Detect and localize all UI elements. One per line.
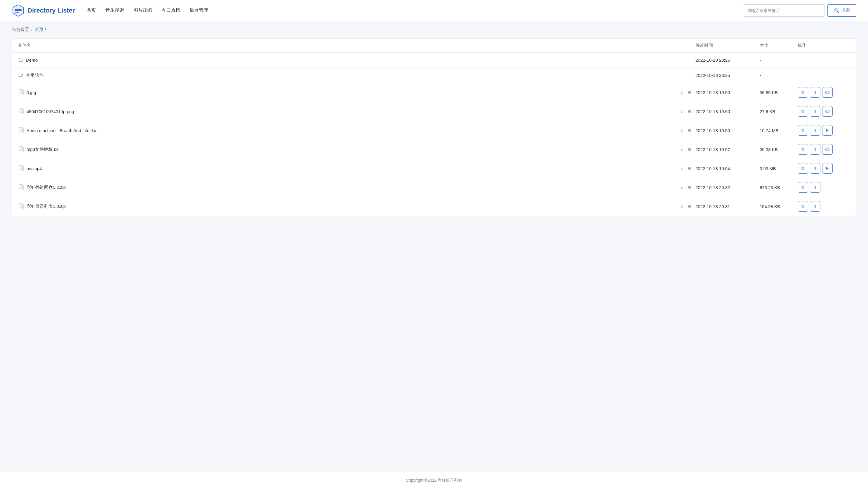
file-name-cell: 📄 彩虹外链网盘5.2.zip ℹ ⊞	[18, 184, 695, 191]
nav-item-hot[interactable]: 今日热榜	[161, 7, 180, 13]
file-name-text[interactable]: mp3文件解析.txt	[27, 147, 58, 152]
download-button[interactable]: ⬇	[810, 201, 820, 211]
file-modified: 2022-10-18 19:50	[695, 128, 760, 133]
file-size: 3.93 MB	[760, 166, 798, 171]
nav-item-image[interactable]: 图片压缩	[133, 7, 152, 13]
copy-button[interactable]: ⧉	[798, 106, 808, 117]
search-input[interactable]	[743, 4, 825, 17]
preview-button[interactable]	[822, 144, 833, 154]
file-size: 10.74 MB	[760, 128, 798, 133]
breadcrumb: 当前位置： 首页 /	[0, 21, 868, 38]
file-actions: ⧉ ⬇	[798, 144, 850, 154]
header-left: Directory Lister 首页 音乐搜索 图片压缩 今日热榜 后台管理	[12, 4, 208, 17]
play-button[interactable]	[822, 125, 833, 136]
file-name-text[interactable]: 0.jpg	[27, 90, 36, 95]
qr-icon-btn[interactable]: ⊞	[686, 184, 692, 191]
header: Directory Lister 首页 音乐搜索 图片压缩 今日热榜 后台管理 …	[0, 0, 868, 21]
copy-button[interactable]: ⧉	[798, 87, 808, 97]
file-meta-icons: ℹ ⊞	[679, 146, 695, 152]
play-button[interactable]	[822, 163, 833, 174]
info-icon-btn[interactable]: ℹ	[679, 146, 685, 152]
file-name-cell: 📄 Audio machine - Breath And Life.flac ℹ…	[18, 127, 695, 134]
file-meta-icons: ℹ ⊞	[679, 184, 695, 191]
file-name-text[interactable]: 45047061007431-lp.png	[27, 109, 74, 114]
logo[interactable]: Directory Lister	[12, 4, 75, 17]
info-icon-btn[interactable]: ℹ	[679, 165, 685, 172]
file-name-text[interactable]: mv.mp4	[27, 166, 42, 171]
download-button[interactable]: ⬇	[810, 144, 820, 154]
copy-button[interactable]: ⧉	[798, 182, 808, 193]
svg-point-4	[825, 91, 829, 93]
file-name-cell: 📄 45047061007431-lp.png ℹ ⊞	[18, 108, 695, 115]
col-actions: 操作	[798, 43, 850, 48]
download-button[interactable]: ⬇	[810, 125, 820, 136]
file-modified: 2022-10-18 20:32	[695, 185, 760, 190]
folder-icon: 🗂	[18, 72, 24, 79]
copy-button[interactable]: ⧉	[798, 163, 808, 174]
file-modified: 2022-10-18 20:25	[695, 58, 760, 62]
qr-icon-btn[interactable]: ⊞	[686, 165, 692, 172]
file-icon: 📄	[18, 184, 24, 191]
svg-rect-2	[14, 10, 22, 11]
file-actions: ⧉ ⬇	[798, 163, 850, 174]
file-meta-icons: ℹ ⊞	[679, 165, 695, 172]
file-name-text[interactable]: 彩虹目录列表1.0.zip	[27, 204, 66, 209]
file-modified: 2022-10-18 19:57	[695, 147, 760, 152]
table-row: 📄 Audio machine - Breath And Life.flac ℹ…	[12, 121, 856, 140]
preview-button[interactable]	[822, 106, 833, 117]
file-size: 20.33 KB	[760, 147, 798, 152]
info-icon-btn[interactable]: ℹ	[679, 184, 685, 191]
info-icon-btn[interactable]: ℹ	[679, 89, 685, 95]
svg-marker-8	[826, 129, 829, 132]
table-row: 🗂 常用软件 2022-10-18 20:25 -	[12, 68, 856, 83]
file-actions: ⧉ ⬇	[798, 87, 850, 97]
qr-icon-btn[interactable]: ⊞	[686, 89, 692, 95]
download-button[interactable]: ⬇	[810, 106, 820, 117]
search-button[interactable]: 🔍 搜索	[828, 4, 856, 17]
footer-text: Copyright ©2022 彩虹目录列表	[406, 478, 462, 483]
table-row: 📄 0.jpg ℹ ⊞ 2022-10-18 19:50 36.85 KB ⧉ …	[12, 83, 856, 102]
svg-point-7	[827, 111, 828, 112]
qr-icon-btn[interactable]: ⊞	[686, 203, 692, 209]
logo-icon	[12, 4, 25, 17]
file-name-text[interactable]: 彩虹外链网盘5.2.zip	[27, 185, 66, 190]
qr-icon-btn[interactable]: ⊞	[686, 146, 692, 152]
nav-item-home[interactable]: 首页	[87, 7, 96, 13]
name-wrapper: mp3文件解析.txt ℹ ⊞	[27, 146, 695, 152]
file-name-text[interactable]: 常用软件	[26, 73, 43, 78]
copy-button[interactable]: ⧉	[798, 125, 808, 136]
download-button[interactable]: ⬇	[810, 163, 820, 174]
file-modified: 2022-10-18 20:25	[695, 73, 760, 78]
file-name-text[interactable]: Audio machine - Breath And Life.flac	[27, 128, 97, 133]
download-button[interactable]: ⬇	[810, 182, 820, 193]
svg-point-5	[827, 92, 828, 93]
header-right: 🔍 搜索	[743, 4, 856, 17]
info-icon-btn[interactable]: ℹ	[679, 108, 685, 115]
svg-point-6	[825, 110, 829, 113]
info-icon-btn[interactable]: ℹ	[679, 203, 685, 209]
breadcrumb-home[interactable]: 首页	[35, 27, 43, 32]
info-icon-btn[interactable]: ℹ	[679, 127, 685, 134]
file-name-cell: 📄 mv.mp4 ℹ ⊞	[18, 165, 695, 172]
file-size: 27.6 KB	[760, 109, 798, 114]
file-meta-icons: ℹ ⊞	[679, 89, 695, 95]
file-name-cell: 🗂 Demo	[18, 57, 695, 63]
file-actions: ⧉ ⬇	[798, 106, 850, 117]
name-wrapper: mv.mp4 ℹ ⊞	[27, 165, 695, 172]
file-name-text[interactable]: Demo	[26, 58, 38, 62]
file-size: 673.23 KB	[760, 185, 798, 190]
svg-rect-3	[14, 12, 19, 12]
table-row: 📄 彩虹目录列表1.0.zip ℹ ⊞ 2022-10-18 20:31 154…	[12, 197, 856, 216]
file-table: 文件名 修改时间 大小 操作 🗂 Demo 2022-10-18 20:25 -…	[12, 38, 856, 216]
copy-button[interactable]: ⧉	[798, 144, 808, 154]
nav-item-admin[interactable]: 后台管理	[189, 7, 208, 13]
preview-button[interactable]	[822, 87, 833, 97]
file-modified: 2022-10-18 20:31	[695, 204, 760, 209]
nav-item-music[interactable]: 音乐搜索	[105, 7, 124, 13]
download-button[interactable]: ⬇	[810, 87, 820, 97]
name-wrapper: 45047061007431-lp.png ℹ ⊞	[27, 108, 695, 115]
copy-button[interactable]: ⧉	[798, 201, 808, 211]
qr-icon-btn[interactable]: ⊞	[686, 108, 692, 115]
file-modified: 2022-10-18 19:50	[695, 90, 760, 95]
qr-icon-btn[interactable]: ⊞	[686, 127, 692, 134]
